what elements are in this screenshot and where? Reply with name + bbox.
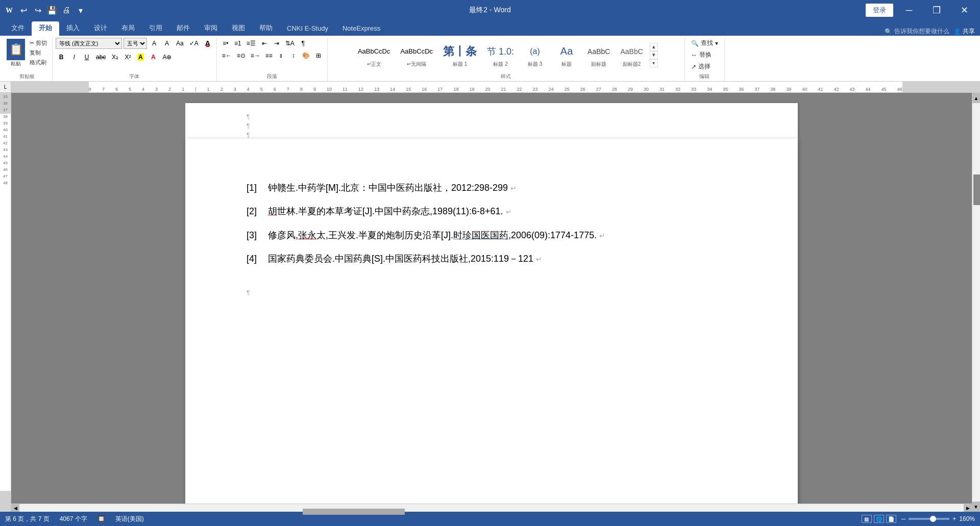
align-right-button[interactable]: ≡→ bbox=[249, 50, 262, 61]
increase-indent-button[interactable]: ⇥ bbox=[271, 38, 282, 49]
copy-button[interactable]: 复制 bbox=[28, 48, 49, 57]
search-bar[interactable]: 🔍 告诉我你想要做什么 bbox=[885, 27, 949, 36]
document-page[interactable]: [1] 钟赣生.中药学[M].北京：中国中医药出版社，2012:298-299 … bbox=[185, 139, 798, 512]
font-size-select[interactable]: 五号 bbox=[124, 38, 147, 49]
tab-insert[interactable]: 插入 bbox=[59, 21, 87, 36]
italic-button[interactable]: I bbox=[68, 52, 80, 63]
zoom-slider[interactable] bbox=[909, 518, 949, 520]
horizontal-scrollbar[interactable]: ◀ ▶ bbox=[11, 504, 972, 512]
quick-access-more-icon[interactable]: ▾ bbox=[76, 5, 86, 15]
multilevel-button[interactable]: ≡☰ bbox=[244, 38, 258, 49]
vertical-scrollbar[interactable]: ▲ ▼ bbox=[972, 93, 980, 512]
styles-gallery: AaBbCcDc ↵正文 AaBbCcDc ↵无间隔 第丨条 标题 1 节 1.… bbox=[353, 38, 659, 72]
style-heading3[interactable]: (a) 标题 3 bbox=[520, 41, 550, 69]
style-subtle-emph[interactable]: AaBbC 副标题2 bbox=[616, 41, 647, 69]
para-mark-bottom: ¶ bbox=[247, 289, 250, 296]
superscript-button[interactable]: X² bbox=[122, 52, 133, 63]
strikethrough-button[interactable]: abc bbox=[94, 52, 108, 63]
align-left-button[interactable]: ≡← bbox=[220, 50, 234, 61]
show-marks-button[interactable]: ¶ bbox=[298, 38, 309, 49]
style-heading2[interactable]: 节 1.0: 标题 2 bbox=[482, 41, 519, 69]
scrollbar-right-button[interactable]: ▶ bbox=[964, 504, 972, 512]
tab-noteexpress[interactable]: NoteExpress bbox=[335, 21, 387, 36]
page-top-area: ¶ ¶ ¶ bbox=[185, 103, 798, 139]
style-wujian[interactable]: AaBbCcDc ↵无间隔 bbox=[396, 41, 437, 69]
print-layout-button[interactable]: ▦ bbox=[862, 515, 872, 523]
gallery-down-button[interactable]: ▼ bbox=[650, 51, 658, 59]
save-icon[interactable]: 💾 bbox=[47, 5, 57, 15]
border-button[interactable]: ⊞ bbox=[313, 50, 324, 61]
redo-icon[interactable]: ↪ bbox=[33, 5, 43, 15]
font-clear-button[interactable]: ✓A bbox=[187, 38, 201, 49]
columns-button[interactable]: ⫾ bbox=[276, 50, 287, 61]
select-button[interactable]: ↗ 选择 bbox=[688, 61, 714, 72]
scrollbar-thumb[interactable] bbox=[973, 174, 980, 205]
read-mode-button[interactable]: 📄 bbox=[886, 515, 896, 523]
reference-2: [2] 胡世林.半夏的本草考证[J].中国中药杂志,1989(11):6-8+6… bbox=[247, 203, 737, 219]
shading-button[interactable]: 🎨 bbox=[300, 50, 312, 61]
decrease-indent-button[interactable]: ⇤ bbox=[259, 38, 270, 49]
font-effects-button[interactable]: A⊕ bbox=[160, 52, 174, 63]
numbering-button[interactable]: ≡1 bbox=[232, 38, 243, 49]
style-subtitle[interactable]: AaBbC 副标题 bbox=[583, 41, 615, 69]
restore-button[interactable]: ❐ bbox=[925, 3, 948, 18]
tab-design[interactable]: 设计 bbox=[87, 21, 114, 36]
text-highlight-button[interactable]: A bbox=[135, 52, 146, 63]
find-button[interactable]: 🔍 查找 ▾ bbox=[688, 38, 721, 48]
sort-button[interactable]: ⇅A bbox=[283, 38, 297, 49]
justify-button[interactable]: ≡≡ bbox=[263, 50, 275, 61]
main-area: 35 36 37 38 39 40 41 42 43 44 45 46 47 4… bbox=[0, 93, 980, 512]
paragraph-label: 段落 bbox=[267, 72, 277, 81]
paste-button[interactable]: 📋 粘贴 bbox=[5, 38, 27, 68]
document-area[interactable]: ¶ ¶ ¶ [1] 钟赣生.中药学[M].北京：中国中医药出版社，2012:29… bbox=[11, 93, 972, 512]
undo-icon[interactable]: ↩ bbox=[18, 5, 29, 15]
minimize-button[interactable]: ─ bbox=[897, 3, 921, 18]
share-button[interactable]: 👤 共享 bbox=[953, 27, 975, 36]
replace-button[interactable]: ↔ 替换 bbox=[688, 49, 715, 60]
gallery-expand-button[interactable]: ▾ bbox=[650, 59, 658, 67]
font-shrink-button[interactable]: A bbox=[161, 38, 173, 49]
ribbon-tabs: 文件 开始 插入 设计 布局 引用 邮件 审阅 视图 帮助 CNKI E-Stu… bbox=[0, 20, 980, 36]
align-center-button[interactable]: ≡⊙ bbox=[235, 50, 248, 61]
font-color-button[interactable]: A bbox=[202, 38, 213, 49]
gallery-up-button[interactable]: ▲ bbox=[650, 43, 658, 51]
ruler-container: L 8 7 6 5 4 3 2 1 | 1 2 3 4 5 6 7 8 9 bbox=[0, 82, 980, 93]
font-row2: B I U abc X₂ X² A A A⊕ bbox=[56, 52, 174, 63]
font-case-button[interactable]: Aa bbox=[174, 38, 186, 49]
tab-cnki[interactable]: CNKI E-Study bbox=[280, 21, 335, 36]
zoom-level[interactable]: 160% bbox=[959, 515, 975, 522]
web-layout-button[interactable]: 🌐 bbox=[874, 515, 884, 523]
print-icon[interactable]: 🖨 bbox=[61, 5, 71, 15]
cut-button[interactable]: ✂ 剪切 bbox=[28, 39, 49, 47]
scrollbar-up-button[interactable]: ▲ bbox=[972, 93, 980, 103]
line-spacing-button[interactable]: ↕ bbox=[288, 50, 299, 61]
login-button[interactable]: 登录 bbox=[866, 4, 893, 17]
tab-layout[interactable]: 布局 bbox=[114, 21, 142, 36]
format-painter-button[interactable]: 格式刷 bbox=[28, 58, 49, 67]
tab-review[interactable]: 审阅 bbox=[197, 21, 225, 36]
font-grow-button[interactable]: A bbox=[149, 38, 160, 49]
tab-help[interactable]: 帮助 bbox=[252, 21, 280, 36]
tab-view[interactable]: 视图 bbox=[225, 21, 252, 36]
ref-1-num: [1] bbox=[247, 180, 265, 196]
bold-button[interactable]: B bbox=[56, 52, 67, 63]
scrollbar-down-button[interactable]: ▼ bbox=[972, 502, 980, 512]
style-zhengwen[interactable]: AaBbCcDc ↵正文 bbox=[353, 41, 395, 69]
zoom-out-button[interactable]: ─ bbox=[901, 515, 906, 522]
tab-file[interactable]: 文件 bbox=[4, 21, 32, 36]
subscript-button[interactable]: X₂ bbox=[109, 52, 120, 63]
style-heading1[interactable]: 第丨条 标题 1 bbox=[438, 41, 481, 69]
zoom-in-button[interactable]: + bbox=[952, 515, 956, 522]
tab-mailings[interactable]: 邮件 bbox=[169, 21, 197, 36]
tab-home[interactable]: 开始 bbox=[32, 21, 59, 36]
close-button[interactable]: ✕ bbox=[952, 3, 976, 18]
tab-references[interactable]: 引用 bbox=[142, 21, 169, 36]
font-name-select[interactable]: 等线 (西文正文) bbox=[56, 38, 122, 49]
style-wujian-preview: AaBbCcDc bbox=[400, 42, 433, 61]
font-color2-button[interactable]: A bbox=[148, 52, 159, 63]
underline-button[interactable]: U bbox=[81, 52, 92, 63]
bullets-button[interactable]: ≡• bbox=[220, 38, 231, 49]
scrollbar-h-thumb[interactable] bbox=[303, 509, 405, 515]
scrollbar-left-button[interactable]: ◀ bbox=[11, 504, 19, 512]
style-heading[interactable]: Aa 标题 bbox=[551, 41, 582, 69]
